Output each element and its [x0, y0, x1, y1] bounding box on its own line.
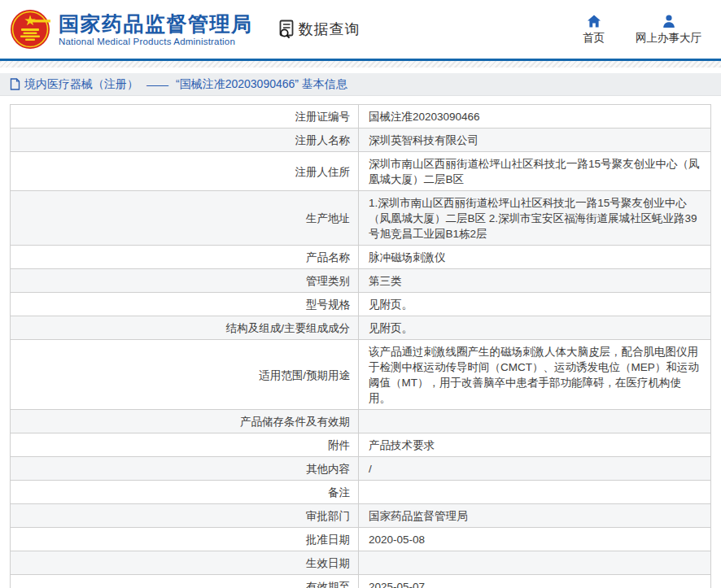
field-value: 2020-05-08 [359, 528, 710, 551]
nav-service-hall-label: 网上办事大厅 [636, 31, 701, 46]
field-label: 产品名称 [11, 246, 359, 268]
field-label: 审批部门 [11, 504, 359, 527]
field-value [359, 481, 710, 503]
org-name-cn: 国家药品监督管理局 [59, 12, 253, 35]
field-label: 适用范围/预期用途 [11, 340, 359, 409]
field-value: 产品技术要求 [359, 433, 710, 456]
breadcrumb-section[interactable]: 境内医疗器械（注册） [24, 77, 138, 92]
table-row: 备注 [11, 481, 710, 504]
nav-home-label: 首页 [583, 31, 605, 46]
page-icon [10, 78, 20, 90]
person-icon [662, 14, 676, 28]
field-value: 该产品通过刺激线圈产生的磁场刺激人体大脑皮层，配合肌电图仪用于检测中枢运动传导时… [359, 340, 710, 409]
field-label: 结构及组成/主要组成成分 [11, 316, 359, 339]
field-label: 其他内容 [11, 457, 359, 480]
document-search-icon [277, 20, 295, 39]
module-title: 数据查询 [299, 20, 360, 39]
table-row: 产品名称脉冲磁场刺激仪 [11, 246, 710, 269]
field-value: 深圳市南山区西丽街道松坪山社区科技北一路15号聚友创业中心（凤凰城大厦）二层B区 [359, 152, 710, 190]
home-icon [587, 14, 601, 28]
field-value: / [359, 457, 710, 480]
table-row: 注册证编号国械注准20203090466 [11, 105, 710, 128]
field-label: 型号规格 [11, 293, 359, 316]
field-label: 有效期至 [11, 575, 359, 588]
breadcrumb-current: “国械注准20203090466” 基本信息 [176, 77, 347, 92]
table-row: 型号规格见附页。 [11, 293, 710, 316]
nav-service-hall[interactable]: 网上办事大厅 [636, 14, 701, 46]
org-name-en: National Medical Products Administration [59, 37, 253, 46]
table-row: 生产地址1.深圳市南山区西丽街道松坪山社区科技北一路15号聚友创业中心（凤凰城大… [11, 191, 710, 246]
breadcrumb: 境内医疗器械（注册） —— “国械注准20203090466” 基本信息 [0, 73, 721, 96]
field-value: 国家药品监督管理局 [359, 504, 710, 527]
field-label: 注册证编号 [11, 105, 359, 128]
table-row: 其他内容/ [11, 457, 710, 481]
table-row: 注册人住所深圳市南山区西丽街道松坪山社区科技北一路15号聚友创业中心（凤凰城大厦… [11, 152, 710, 191]
national-emblem-icon [10, 9, 50, 50]
page-header: 国家药品监督管理局 National Medical Products Admi… [0, 0, 721, 59]
table-row: 生效日期 [11, 551, 710, 575]
field-value [359, 551, 710, 574]
nav-home[interactable]: 首页 [583, 14, 605, 46]
field-label: 注册人名称 [11, 128, 359, 151]
field-label: 批准日期 [11, 528, 359, 551]
field-value: 2025-05-07 [359, 575, 710, 588]
table-row: 适用范围/预期用途该产品通过刺激线圈产生的磁场刺激人体大脑皮层，配合肌电图仪用于… [11, 340, 710, 410]
field-value: 见附页。 [359, 316, 710, 339]
field-label: 生效日期 [11, 551, 359, 574]
field-value: 见附页。 [359, 293, 710, 316]
field-label: 产品储存条件及有效期 [11, 410, 359, 433]
top-nav: 首页 网上办事大厅 [583, 14, 713, 46]
field-value: 脉冲磁场刺激仪 [359, 246, 710, 268]
data-query-module: 数据查询 [277, 20, 360, 39]
field-label: 附件 [11, 433, 359, 456]
field-value: 深圳英智科技有限公司 [359, 128, 710, 151]
table-row: 批准日期2020-05-08 [11, 528, 710, 551]
table-row: 附件产品技术要求 [11, 433, 710, 457]
table-row: 结构及组成/主要组成成分见附页。 [11, 316, 710, 340]
field-value [359, 410, 710, 433]
table-row: 管理类别第三类 [11, 269, 710, 293]
nmpa-logo: 国家药品监督管理局 National Medical Products Admi… [10, 9, 253, 50]
field-label: 备注 [11, 481, 359, 503]
table-row: 注册人名称深圳英智科技有限公司 [11, 128, 710, 152]
table-row: 有效期至2025-05-07 [11, 575, 710, 588]
field-label: 管理类别 [11, 269, 359, 292]
field-value: 国械注准20203090466 [359, 105, 710, 128]
field-value: 第三类 [359, 269, 710, 292]
breadcrumb-separator: —— [146, 78, 168, 91]
field-label: 注册人住所 [11, 152, 359, 190]
field-label: 生产地址 [11, 191, 359, 245]
table-row: 产品储存条件及有效期 [11, 410, 710, 433]
hatched-band [0, 61, 721, 68]
field-value: 1.深圳市南山区西丽街道松坪山社区科技北一路15号聚友创业中心（凤凰城大厦）二层… [359, 191, 710, 245]
info-table: 注册证编号国械注准20203090466注册人名称深圳英智科技有限公司注册人住所… [10, 104, 711, 588]
table-row: 审批部门国家药品监督管理局 [11, 504, 710, 528]
